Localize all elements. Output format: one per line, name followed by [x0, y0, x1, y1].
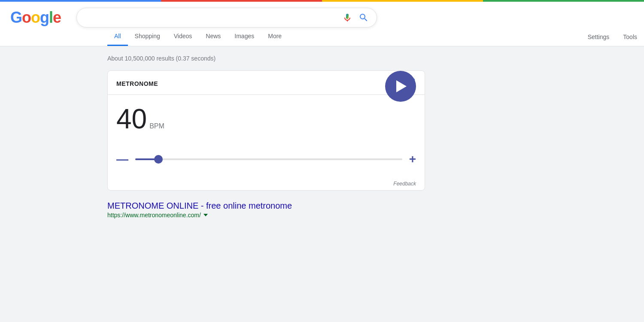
header: Google metronome — [0, 2, 644, 27]
widget-body: 40 BPM — + — [108, 95, 425, 179]
tab-news[interactable]: News — [199, 27, 228, 46]
bpm-value: 40 — [116, 105, 147, 133]
results-count: About 10,500,000 results (0.37 seconds) — [107, 55, 634, 62]
slider-fill — [135, 158, 157, 160]
widget-header: METRONOME — [108, 71, 425, 95]
bpm-slider-track[interactable] — [135, 158, 402, 160]
search-bar: metronome — [76, 8, 377, 27]
voice-search-icon[interactable] — [341, 12, 353, 24]
main-content: About 10,500,000 results (0.37 seconds) … — [0, 46, 644, 231]
tab-settings[interactable]: Settings — [581, 28, 617, 46]
play-icon — [396, 80, 407, 92]
tab-videos[interactable]: Videos — [167, 27, 199, 46]
result-url-row: https://www.metronomeonline.com/ — [107, 212, 425, 219]
widget-title: METRONOME — [116, 80, 158, 87]
nav-bar: All Shopping Videos News Images More Set… — [0, 27, 644, 46]
metronome-widget: METRONOME 40 BPM — — [107, 70, 425, 191]
play-button[interactable] — [385, 71, 416, 102]
bpm-display: 40 BPM — [116, 105, 164, 133]
result-dropdown-icon[interactable] — [204, 214, 208, 216]
slider-thumb[interactable] — [154, 155, 163, 164]
tab-shopping[interactable]: Shopping — [128, 27, 167, 46]
tab-more[interactable]: More — [261, 27, 289, 46]
result-url-1: https://www.metronomeonline.com/ — [107, 212, 201, 219]
slider-row: — + — [116, 153, 416, 165]
google-logo[interactable]: Google — [10, 9, 61, 27]
tab-tools[interactable]: Tools — [616, 28, 644, 46]
increase-bpm-button[interactable]: + — [409, 153, 416, 165]
decrease-bpm-button[interactable]: — — [116, 153, 128, 165]
feedback-link[interactable]: Feedback — [108, 179, 425, 190]
search-button[interactable] — [358, 12, 370, 24]
search-result-1: METRONOME ONLINE - free online metronome… — [107, 197, 425, 222]
search-input[interactable]: metronome — [84, 13, 337, 22]
tab-all[interactable]: All — [107, 27, 128, 46]
bpm-unit: BPM — [149, 122, 164, 130]
result-title-1[interactable]: METRONOME ONLINE - free online metronome — [107, 201, 292, 210]
tab-images[interactable]: Images — [228, 27, 261, 46]
